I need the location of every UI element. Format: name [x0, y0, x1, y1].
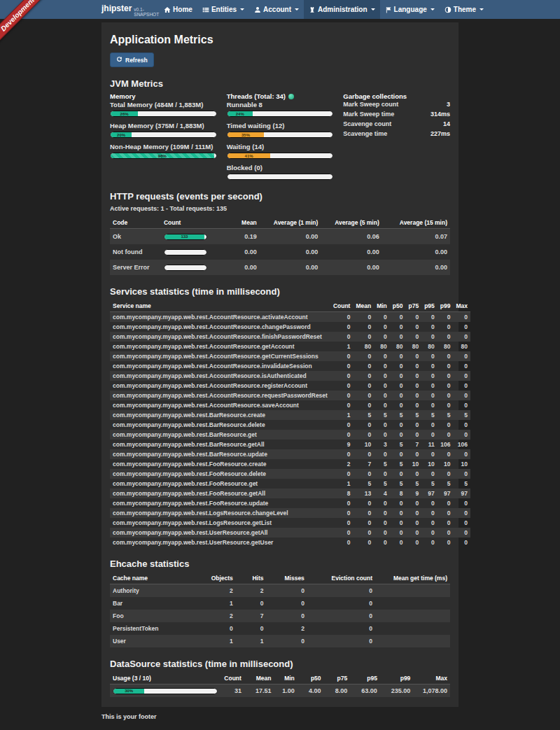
service-value-cell: 0 [421, 400, 438, 410]
progress-bar: 24% [227, 111, 334, 117]
nav-item-home[interactable]: Home [159, 0, 197, 19]
datasource-value-cell: 4.00 [298, 685, 324, 698]
service-value-cell: 0 [374, 420, 390, 430]
service-value-cell: 0 [405, 518, 421, 528]
datasource-value-cell: 1.00 [274, 685, 298, 698]
progress-bar: 20% [110, 132, 217, 138]
service-value-cell: 0 [390, 400, 406, 410]
service-value-cell: 0 [438, 391, 454, 400]
cache-name-cell: Bar [110, 597, 202, 610]
service-value-cell: 0 [438, 381, 454, 391]
service-value-cell: 0 [453, 351, 470, 361]
datasource-usage-cell: 30% [110, 685, 220, 698]
http-requests-summary: Active requests: 1 - Total requests: 135 [110, 205, 450, 212]
service-value-cell: 0 [374, 351, 390, 361]
nav-item-label: Language [394, 6, 427, 13]
service-value-cell: 0 [438, 361, 454, 371]
threads-ok-icon [288, 94, 294, 99]
service-value-cell: 0 [390, 361, 406, 371]
brand-version: v0.1-SNAPSHOT [134, 7, 159, 17]
table-header-row: Usage (3 / 10)CountMeanMinp50p75p95p99Ma… [110, 673, 450, 685]
nav-item-language[interactable]: Language [380, 0, 440, 19]
column-header: Cache name [110, 573, 202, 584]
brand[interactable]: jhipster v0.1-SNAPSHOT [102, 0, 159, 19]
service-name-cell: com.mycompany.myapp.web.rest.FooResource… [110, 469, 330, 479]
column-header: Service name [110, 300, 330, 312]
service-name-cell: com.mycompany.myapp.web.rest.BarResource… [110, 420, 330, 430]
service-value-cell: 0 [353, 528, 374, 538]
memory-bar-label: Heap Memory (375M / 1,883M) [110, 122, 217, 129]
cache-value-cell: 0 [307, 610, 375, 622]
user-icon [254, 6, 261, 13]
nav-item-administration[interactable]: Administration [304, 0, 380, 19]
table-row: com.mycompany.myapp.web.rest.FooResource… [110, 498, 470, 508]
refresh-button[interactable]: Refresh [110, 52, 154, 67]
service-name-cell: com.mycompany.myapp.web.rest.AccountReso… [110, 391, 330, 400]
service-value-cell: 0 [374, 391, 390, 400]
gc-row: Scavenge time227ms [343, 129, 450, 139]
cache-value-cell [375, 635, 450, 647]
service-value-cell: 0 [421, 332, 438, 342]
column-header: p50 [298, 673, 324, 685]
service-value-cell: 0 [374, 449, 390, 459]
table-row: com.mycompany.myapp.web.rest.AccountReso… [110, 371, 470, 381]
service-value-cell: 0 [421, 381, 438, 391]
service-value-cell: 0 [405, 332, 421, 342]
service-name-cell: com.mycompany.myapp.web.rest.LogsResourc… [110, 508, 330, 518]
nav-item-theme[interactable]: Theme [440, 0, 489, 19]
progress-fill: 24% [227, 111, 253, 116]
service-value-cell: 0 [374, 371, 390, 381]
service-value-cell: 0 [438, 508, 454, 518]
table-row: com.mycompany.myapp.web.rest.BarResource… [110, 440, 470, 449]
chevron-down-icon [371, 8, 375, 10]
service-value-cell: 1 [330, 342, 354, 351]
table-row: com.mycompany.myapp.web.rest.BarResource… [110, 410, 470, 420]
column-header: p75 [324, 673, 351, 685]
nav-item-account[interactable]: Account [249, 0, 304, 19]
nav-item-entities[interactable]: Entities [197, 0, 249, 19]
service-value-cell: 0 [421, 469, 438, 479]
datasource-value-cell: 31 [220, 685, 244, 698]
service-name-cell: com.mycompany.myapp.web.rest.UserResourc… [110, 528, 330, 538]
service-value-cell: 0 [453, 332, 470, 342]
service-value-cell: 10 [421, 459, 438, 469]
service-name-cell: com.mycompany.myapp.web.rest.AccountReso… [110, 332, 330, 342]
column-header: Count [161, 217, 216, 229]
jvm-metrics-grid: Memory Total Memory (484M / 1,883M)26%He… [110, 92, 450, 180]
service-value-cell: 2 [330, 459, 354, 469]
table-header-row: Cache nameObjectsHitsMissesEviction coun… [110, 573, 450, 584]
column-header: p95 [421, 300, 438, 312]
service-value-cell: 5 [374, 410, 390, 420]
service-value-cell: 1 [330, 479, 354, 489]
http-value-cell: 0.00 [260, 260, 321, 275]
service-value-cell: 0 [353, 381, 374, 391]
gc-label: Mark Sweep count [343, 100, 398, 110]
metrics-panel: Application Metrics Refresh JVM Metrics … [102, 22, 458, 707]
progress-bar: 35% [227, 132, 334, 138]
chevron-down-icon [295, 8, 299, 10]
column-header: p95 [350, 673, 380, 685]
progress-fill: 35% [227, 132, 265, 137]
service-value-cell: 0 [405, 469, 421, 479]
cache-value-cell: 0 [267, 635, 307, 647]
table-row: 30%3117.511.004.008.0063.00235.001,078.0… [110, 685, 450, 698]
http-value-cell: 0.06 [321, 229, 382, 245]
service-value-cell: 0 [330, 449, 354, 459]
column-header: p50 [390, 300, 406, 312]
table-row: Not found0.000.000.000.00 [110, 244, 450, 260]
service-name-cell: com.mycompany.myapp.web.rest.AccountReso… [110, 381, 330, 391]
refresh-icon [116, 56, 122, 64]
service-value-cell: 0 [330, 381, 354, 391]
service-value-cell: 0 [405, 361, 421, 371]
http-value-cell: 0.00 [260, 244, 321, 260]
gc-value: 227ms [430, 129, 450, 139]
datasource-value-cell: 63.00 [350, 685, 380, 698]
memory-bar-label: Total Memory (484M / 1,883M) [110, 101, 217, 108]
http-requests-table: CodeCountMeanAverage (1 min)Average (5 m… [110, 217, 450, 275]
cache-value-cell: 7 [236, 610, 267, 622]
service-value-cell: 0 [330, 420, 354, 430]
service-value-cell: 0 [421, 508, 438, 518]
http-value-cell: 0.07 [382, 229, 450, 245]
table-row: com.mycompany.myapp.web.rest.FooResource… [110, 489, 470, 498]
service-value-cell: 5 [438, 410, 454, 420]
